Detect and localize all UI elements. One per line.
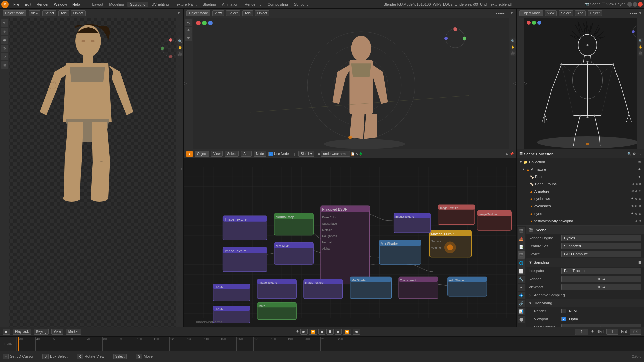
menu-render[interactable]: Render: [34, 2, 51, 7]
mid-toolbar-3[interactable]: ⊕: [185, 34, 192, 41]
ws-uv-editing[interactable]: UV Editing: [149, 2, 171, 7]
close-button[interactable]: [638, 2, 643, 7]
left-view-menu[interactable]: View: [29, 10, 41, 16]
right-select-menu[interactable]: Select: [559, 10, 573, 16]
right-mode-selector[interactable]: Object Mode: [519, 10, 543, 16]
node-view-menu[interactable]: View: [211, 151, 223, 157]
props-physics[interactable]: 💠: [518, 292, 525, 299]
ws-sculpting[interactable]: Sculpting: [127, 2, 148, 7]
right-camera[interactable]: 🎥: [638, 50, 643, 56]
render-engine-value[interactable]: Cycles: [561, 235, 641, 241]
left-toolbar-select[interactable]: ↖: [1, 19, 8, 27]
viewport-samples-field[interactable]: [561, 284, 641, 290]
mid-toolbar-1[interactable]: ↖: [185, 19, 192, 26]
node-type-icon[interactable]: ●: [186, 151, 193, 157]
menu-help[interactable]: Help: [70, 2, 83, 7]
left-toolbar-transform[interactable]: ⊞: [1, 61, 8, 69]
right-pan[interactable]: ✋: [638, 44, 643, 50]
play-reverse-button[interactable]: ◀: [318, 329, 325, 335]
timeline-view[interactable]: View: [51, 329, 63, 335]
right-zoom[interactable]: 🔍: [638, 38, 643, 44]
left-object-menu[interactable]: Object: [71, 10, 86, 16]
timeline-marker[interactable]: Marker: [66, 329, 81, 335]
coll-bone-groups[interactable]: ▷ 🦴 Bone Groups 👁 ⊕ ⊗: [517, 180, 644, 188]
timeline-ruler[interactable]: Frame 3040506070809010011012013014015016…: [0, 337, 644, 351]
coll-eyebrows[interactable]: ▷ ▲ eyebrows 👁 ⊕ ⊗: [517, 195, 644, 202]
ws-shading[interactable]: Shading: [200, 2, 219, 7]
coll-armature-root[interactable]: ▼ ▲ Armature 👁: [517, 166, 644, 173]
coll-collection[interactable]: ▼ 📁 Collection 👁: [517, 158, 644, 166]
stop-button[interactable]: ⏸: [326, 329, 334, 335]
left-pan[interactable]: ✋: [177, 45, 183, 50]
middle-view-menu[interactable]: View: [212, 10, 224, 16]
middle-add-menu[interactable]: Add: [242, 10, 253, 16]
left-toolbar-scale[interactable]: ⤢: [1, 53, 8, 60]
right-object-menu[interactable]: Object: [588, 10, 602, 16]
node-graph[interactable]: Image Texture Image Texture Normal Map: [184, 158, 516, 327]
mid-camera[interactable]: 🎥: [510, 50, 516, 56]
ws-scripting[interactable]: Scripting: [291, 2, 311, 7]
props-world[interactable]: 🌐: [518, 259, 525, 267]
left-toolbar-cursor[interactable]: ✛: [1, 28, 8, 35]
goto-end-button[interactable]: ⏭: [353, 329, 360, 335]
middle-mode-selector[interactable]: Object Mode: [186, 10, 210, 16]
mid-toolbar-2[interactable]: ✛: [185, 27, 192, 34]
end-frame-field[interactable]: [630, 329, 641, 335]
right-view-menu[interactable]: View: [545, 10, 557, 16]
sampling-header[interactable]: ▼ Sampling ☰: [526, 258, 644, 267]
step-forward-button[interactable]: ⏩: [343, 329, 351, 335]
start-sample-field[interactable]: [561, 324, 641, 327]
left-orbit[interactable]: 🎥: [177, 51, 183, 56]
node-node-menu[interactable]: Node: [254, 151, 266, 157]
props-scene[interactable]: 🎬: [518, 251, 525, 259]
props-modifier[interactable]: 🔧: [518, 276, 525, 283]
menu-edit[interactable]: Edit: [22, 2, 34, 7]
ws-layout[interactable]: Layout: [90, 2, 106, 7]
props-object[interactable]: ⬜: [518, 267, 525, 275]
feature-set-value[interactable]: Supported: [561, 243, 641, 249]
props-view-layer[interactable]: 📑: [518, 243, 525, 251]
timeline-keying[interactable]: Keying: [34, 329, 49, 335]
current-frame-field[interactable]: [575, 329, 588, 335]
left-mode-selector[interactable]: Object Mode: [3, 10, 26, 16]
left-add-menu[interactable]: Add: [58, 10, 69, 16]
node-select-menu[interactable]: Select: [225, 151, 239, 157]
ws-compositing[interactable]: Compositing: [265, 2, 291, 7]
mid-zoom[interactable]: 🔍: [510, 38, 516, 44]
coll-eyelashes[interactable]: ▷ ▲ eyelashes 👁 ⊕ ⊗: [517, 202, 644, 210]
goto-start-button[interactable]: ⏮: [300, 329, 308, 335]
step-back-button[interactable]: ⏪: [309, 329, 317, 335]
coll-eyes[interactable]: ▷ ▲ eyes 👁 ⊕ ⊗: [517, 210, 644, 217]
left-toolbar-rotate[interactable]: ↻: [1, 45, 8, 52]
props-data[interactable]: 📊: [518, 308, 525, 315]
coll-festival-hair[interactable]: ▷ ▲ festival/hair-flying-alpha 👁 ⊕: [517, 217, 644, 225]
use-nodes-checkbox[interactable]: ✓: [268, 152, 273, 156]
props-particles[interactable]: ✦: [518, 284, 525, 291]
props-constraints[interactable]: 🔗: [518, 300, 525, 307]
left-zoom-in[interactable]: 🔍: [177, 38, 183, 44]
integrator-value[interactable]: Path Tracing: [561, 268, 641, 274]
menu-window[interactable]: Window: [51, 2, 70, 7]
props-render[interactable]: 🎬: [518, 227, 525, 235]
ws-modeling[interactable]: Modeling: [107, 2, 127, 7]
left-toolbar-move[interactable]: ⊕: [1, 36, 8, 44]
denoising-viewport-checkbox[interactable]: ✓: [561, 317, 566, 321]
render-samples-field[interactable]: [561, 276, 641, 282]
props-material[interactable]: ⬤: [518, 316, 525, 323]
ws-animation[interactable]: Animation: [219, 2, 241, 7]
ws-texture-paint[interactable]: Texture Paint: [172, 2, 199, 7]
denoising-render-checkbox[interactable]: [561, 309, 566, 313]
device-value[interactable]: GPU Compute: [561, 251, 641, 257]
maximize-button[interactable]: [633, 2, 637, 7]
material-name[interactable]: underwear arms: [321, 151, 350, 157]
ws-rendering[interactable]: Rendering: [242, 2, 264, 7]
middle-select-menu[interactable]: Select: [226, 10, 240, 16]
coll-armature2[interactable]: ▷ ▲ Armature 👁 ⊕ ⊗: [517, 188, 644, 195]
mid-pan[interactable]: ✋: [510, 44, 516, 50]
menu-file[interactable]: File: [11, 2, 22, 7]
props-output[interactable]: 📤: [518, 235, 525, 243]
start-frame-field[interactable]: [606, 329, 618, 335]
minimize-button[interactable]: [627, 2, 632, 7]
timeline-icon[interactable]: ▶: [3, 329, 10, 335]
play-button[interactable]: ▶: [335, 329, 342, 335]
